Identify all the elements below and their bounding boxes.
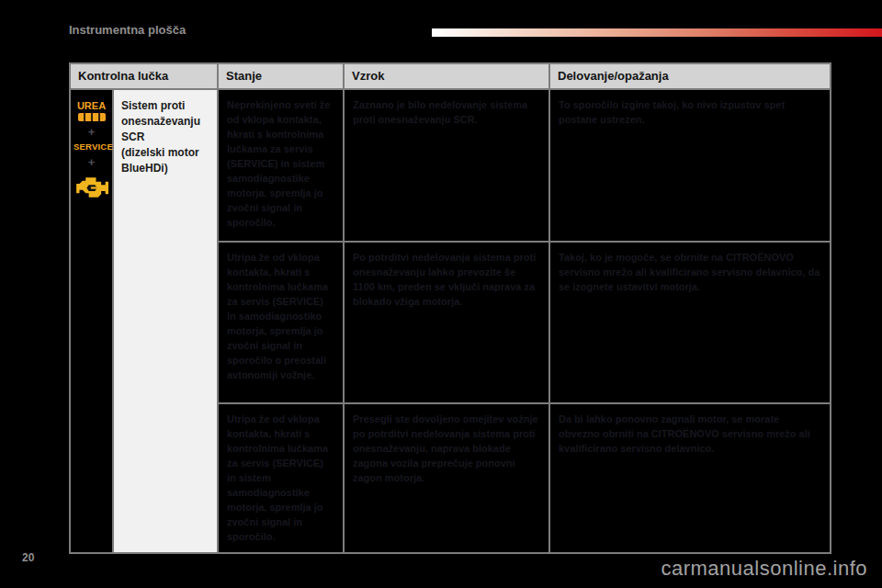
table-row: UREA + SERVICE + Sistem proti onesnaževa… xyxy=(70,89,831,242)
cell-stanje: Utripa že od vklopa kontakta, hkrati s k… xyxy=(218,403,344,553)
cell-stanje: Utripa že od vklopa kontakta, hkrati s k… xyxy=(218,242,344,403)
cell-delovanje: Takoj, ko je mogoče, se obrnite na CITRO… xyxy=(549,242,831,403)
cell-vzrok: Zaznano je bilo nedelovanje sistema prot… xyxy=(344,89,549,242)
plus-separator: + xyxy=(74,126,109,138)
cell-vzrok: Presegli ste dovoljeno omejitev vožnje p… xyxy=(344,403,549,553)
cell-stanje: Neprekinjeno sveti že od vklopa kontakta… xyxy=(218,89,344,242)
page-title: Instrumentna plošča xyxy=(69,23,186,37)
plus-separator: + xyxy=(74,156,109,168)
cell-delovanje: To sporočilo izgine takoj, ko nivo izpus… xyxy=(549,89,831,242)
page-number: 20 xyxy=(22,551,34,564)
service-warning-icon: SERVICE xyxy=(74,142,109,152)
urea-warning-icon: UREA xyxy=(74,101,109,121)
urea-icon-label: UREA xyxy=(77,100,106,111)
watermark: carmanualsonline.info xyxy=(661,557,867,581)
column-header-delovanje: Delovanje/opažanja xyxy=(549,63,831,89)
engine-warning-icon xyxy=(75,176,108,199)
warning-lights-table: Kontrolna lučka Stanje Vzrok Delovanje/o… xyxy=(69,62,831,554)
urea-tank-glyph xyxy=(78,113,106,121)
cell-vzrok: Po potrditvi nedelovanja sistema proti o… xyxy=(344,242,549,403)
column-header-stanje: Stanje xyxy=(218,63,344,89)
table-header-row: Kontrolna lučka Stanje Vzrok Delovanje/o… xyxy=(70,63,831,89)
column-header-vzrok: Vzrok xyxy=(344,63,549,89)
column-header-kontrolna-lucka: Kontrolna lučka xyxy=(70,63,218,89)
decorative-gradient-bar xyxy=(432,28,882,37)
cell-delovanje: Da bi lahko ponovno zagnali motor, se mo… xyxy=(549,403,831,553)
indicator-description: Sistem proti onesnaževanju SCR (dizelski… xyxy=(113,89,218,553)
warning-light-icon-cell: UREA + SERVICE + xyxy=(70,89,113,553)
